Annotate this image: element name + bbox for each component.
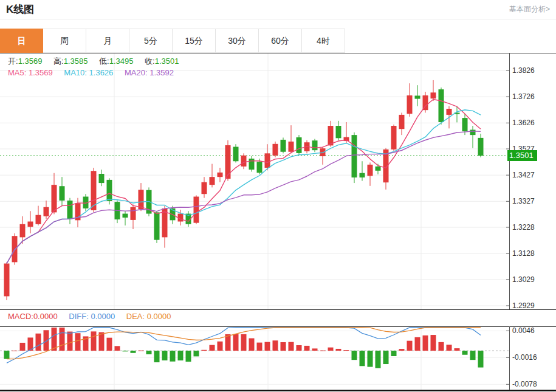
macd-bar <box>170 351 176 362</box>
macd-bar <box>154 351 160 362</box>
candle <box>478 138 484 156</box>
macd-bar <box>478 351 484 368</box>
macd-bar <box>123 351 128 351</box>
candle <box>312 140 318 150</box>
tab-daily[interactable]: 日 <box>0 29 43 53</box>
ma5-label: MA5: <box>8 68 26 77</box>
candle <box>210 177 215 185</box>
dea-label: DEA: <box>126 312 145 321</box>
macd-bar <box>75 333 81 351</box>
candle <box>265 153 270 168</box>
macd-bar <box>431 335 436 351</box>
macd-bar <box>281 342 286 351</box>
candle <box>352 135 357 177</box>
macd-bar <box>304 346 310 351</box>
candle <box>123 214 128 218</box>
candle <box>399 115 405 129</box>
candle <box>360 173 365 177</box>
macd-value: 0.0000 <box>33 312 58 321</box>
ma10-label: MA10: <box>64 68 87 77</box>
quote-bar: 开:1.3569 高:1.3585 低:1.3495 收:1.3501 <box>8 56 188 67</box>
macd-bar <box>336 349 341 351</box>
candle <box>36 215 41 224</box>
tab-weekly[interactable]: 周 <box>43 29 86 53</box>
macd-axis-tick: 0.0046 <box>512 326 535 335</box>
macd-bar <box>146 351 152 354</box>
macd-bar <box>44 330 49 351</box>
macd-bar <box>297 345 302 351</box>
high-value: 1.3585 <box>64 57 88 66</box>
macd-bar <box>289 342 294 351</box>
candle <box>439 89 444 122</box>
macd-bar <box>233 334 239 351</box>
price-axis-tick: 1.3427 <box>512 171 535 179</box>
candle <box>225 145 231 179</box>
macd-bar <box>320 351 326 351</box>
tab-5min[interactable]: 5分 <box>129 29 173 53</box>
macd-bar <box>178 351 184 360</box>
price-axis-tick: 1.3228 <box>512 223 535 232</box>
candle <box>336 126 341 138</box>
macd-bar <box>368 351 373 367</box>
chart-area: 1.38261.37261.36261.35271.34271.33271.32… <box>0 53 556 391</box>
macd-bar <box>265 342 270 351</box>
candle <box>297 137 302 153</box>
current-price-label: 1.3501 <box>507 150 537 161</box>
candle <box>249 159 255 170</box>
diff-value: 0.0000 <box>91 312 115 321</box>
ma20-value: 1.3592 <box>149 68 174 77</box>
candle <box>99 174 105 183</box>
page-header: K线图 基本面分析> <box>0 0 556 19</box>
ma20-label: MA20: <box>125 68 148 77</box>
candle <box>67 201 73 219</box>
ma5-line <box>7 100 481 264</box>
macd-bar <box>273 340 278 351</box>
fundamental-analysis-link[interactable]: 基本面分析> <box>509 4 550 15</box>
tab-60min[interactable]: 60分 <box>259 29 302 53</box>
macd-bar <box>162 351 168 360</box>
tab-30min[interactable]: 30分 <box>216 29 259 53</box>
price-axis-tick: 1.3029 <box>512 275 535 284</box>
low-value: 1.3495 <box>109 57 134 66</box>
candle <box>407 95 413 114</box>
dea-value: 0.0000 <box>147 312 171 321</box>
candle <box>202 182 207 194</box>
candle <box>376 167 381 171</box>
macd-bar <box>352 351 357 360</box>
macd-bar <box>423 335 428 351</box>
ma-legend: MA5: 1.3569 MA10: 1.3626 MA20: 1.3592 <box>8 68 183 77</box>
tab-4hour[interactable]: 4时 <box>302 29 345 53</box>
candle <box>44 207 49 216</box>
macd-bar <box>186 351 191 362</box>
high-label: 高: <box>53 57 64 66</box>
macd-bar <box>391 351 397 356</box>
macd-bar <box>439 342 444 351</box>
macd-bar <box>447 345 452 351</box>
timeframe-tabs: 日 周 月 5分 15分 30分 60分 4时 <box>0 29 346 53</box>
close-label: 收: <box>145 57 155 66</box>
candle <box>273 144 278 156</box>
macd-bar <box>455 348 460 351</box>
candle <box>368 165 373 176</box>
price-axis-tick: 1.3726 <box>512 92 535 101</box>
diff-label: DIFF: <box>69 312 89 321</box>
macd-axis-tick: -0.0016 <box>512 353 537 362</box>
macd-bar <box>399 349 405 351</box>
candle <box>52 185 57 212</box>
macd-bar <box>344 350 349 351</box>
candle <box>4 264 10 297</box>
candle <box>257 162 263 173</box>
macd-bar <box>376 351 381 368</box>
candle <box>431 92 436 98</box>
macd-bar <box>202 350 207 351</box>
candlestick-chart[interactable]: 1.38261.37261.36261.35271.34271.33271.32… <box>0 53 556 391</box>
candle <box>470 130 476 136</box>
tab-monthly[interactable]: 月 <box>86 29 129 53</box>
candle <box>447 109 452 115</box>
macd-bar <box>67 332 73 351</box>
macd-bar <box>249 339 255 351</box>
macd-bar <box>257 343 263 351</box>
macd-bar <box>462 351 468 355</box>
macd-bar <box>131 351 136 353</box>
tab-15min[interactable]: 15分 <box>173 29 216 53</box>
